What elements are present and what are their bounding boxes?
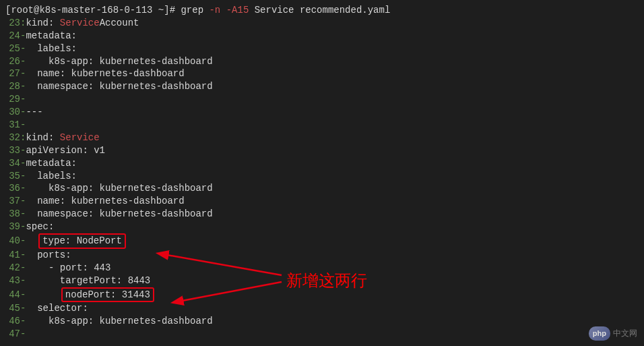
line-text: metadata: [26, 30, 77, 42]
line-text: apiVersion: v1 [26, 144, 105, 157]
line-number: 34 [5, 157, 20, 170]
indent [26, 289, 59, 301]
line-text: namespace: kubernetes-dashboard [26, 80, 212, 93]
line-number: 47 [5, 328, 20, 341]
cmd-args: Service recommended.yaml [249, 5, 390, 16]
output-line: 24-metadata: [5, 30, 639, 42]
cmd-grep: grep [181, 5, 209, 16]
line-separator: - [20, 157, 26, 170]
line-separator: - [20, 42, 26, 55]
line-number: 24 [5, 30, 20, 42]
line-number: 46 [5, 315, 20, 328]
watermark-text: 中文网 [613, 328, 637, 339]
line-text: k8s-app: kubernetes-dashboard [26, 315, 212, 328]
output-line: 46- k8s-app: kubernetes-dashboard [5, 315, 639, 328]
line-number: 26 [5, 55, 20, 68]
line-number: 42 [5, 262, 20, 275]
line-text: Account [100, 17, 139, 30]
line-text: name: kubernetes-dashboard [26, 67, 184, 80]
line-text: kind: [26, 17, 59, 30]
output-line: 29- [5, 93, 639, 106]
line-number: 28 [5, 80, 20, 93]
line-number: 29 [5, 93, 20, 106]
line-number: 37 [5, 195, 20, 208]
line-number: 43 [5, 275, 20, 287]
terminal-output: 23:kind: ServiceAccount24-metadata:25- l… [5, 17, 639, 341]
output-line: 25- labels: [5, 42, 639, 55]
line-separator: - [20, 208, 26, 221]
line-text: name: kubernetes-dashboard [26, 195, 184, 208]
line-number: 31 [5, 119, 20, 132]
output-line: 33-apiVersion: v1 [5, 144, 639, 157]
output-line: 47- [5, 328, 639, 341]
highlighted-config: nodePort: 31443 [61, 287, 154, 303]
watermark: php 中文网 [589, 326, 637, 341]
line-separator: - [20, 289, 26, 301]
output-line: 28- namespace: kubernetes-dashboard [5, 80, 639, 93]
watermark-logo: php [589, 326, 610, 341]
line-separator: - [20, 302, 26, 315]
line-separator: - [20, 80, 26, 93]
line-number: 27 [5, 67, 20, 80]
line-text: kind: [26, 132, 59, 144]
output-line: 32:kind: Service [5, 132, 639, 144]
output-line: 27- name: kubernetes-dashboard [5, 67, 639, 80]
line-text: labels: [26, 42, 77, 55]
output-line: 45- selector: [5, 302, 639, 315]
shell-prompt: [root@k8s-master-168-0-113 ~]# grep -n -… [5, 4, 639, 17]
output-line: 39-spec: [5, 221, 639, 233]
line-separator: : [20, 17, 26, 30]
output-line: 38- namespace: kubernetes-dashboard [5, 208, 639, 221]
highlighted-config: type: NodePort [38, 233, 126, 249]
line-separator: - [20, 235, 26, 248]
output-line: 34-metadata: [5, 157, 639, 170]
line-text: namespace: kubernetes-dashboard [26, 208, 212, 221]
line-number: 39 [5, 221, 20, 233]
line-text: spec: [26, 221, 54, 233]
grep-match: Service [60, 17, 100, 30]
output-line: 30---- [5, 106, 639, 119]
line-text: targetPort: 8443 [26, 275, 150, 287]
output-line: 37- name: kubernetes-dashboard [5, 195, 639, 208]
output-line: 40- type: NodePort [5, 233, 639, 249]
line-text: - port: 443 [26, 262, 110, 275]
line-number: 25 [5, 42, 20, 55]
line-separator: - [20, 30, 26, 42]
line-separator: - [20, 195, 26, 208]
line-text: ports: [26, 249, 71, 262]
line-text: labels: [26, 170, 77, 183]
line-number: 36 [5, 182, 20, 195]
line-number: 41 [5, 249, 20, 262]
line-separator: - [20, 182, 26, 195]
output-line: 35- labels: [5, 170, 639, 183]
line-separator: - [20, 249, 26, 262]
line-number: 32 [5, 132, 20, 144]
line-number: 40 [5, 235, 20, 248]
output-line: 31- [5, 119, 639, 132]
line-number: 33 [5, 144, 20, 157]
grep-match: Service [60, 132, 100, 144]
line-text: k8s-app: kubernetes-dashboard [26, 182, 212, 195]
line-separator: - [20, 315, 26, 328]
line-separator: - [20, 106, 26, 119]
line-number: 45 [5, 302, 20, 315]
line-separator: - [20, 275, 26, 287]
line-separator: - [20, 93, 26, 106]
line-text: metadata: [26, 157, 77, 170]
prompt-prefix: [root@k8s-master-168-0-113 ~]# [5, 5, 181, 16]
line-number: 35 [5, 170, 20, 183]
line-separator: - [20, 119, 26, 132]
line-text: --- [26, 106, 42, 119]
indent [26, 235, 37, 248]
annotation-text: 新增这两行 [286, 270, 367, 291]
output-line: 36- k8s-app: kubernetes-dashboard [5, 182, 639, 195]
line-separator: - [20, 144, 26, 157]
line-separator: - [20, 170, 26, 183]
line-separator: - [20, 328, 26, 341]
line-separator: - [20, 262, 26, 275]
cmd-flag: -n -A15 [209, 5, 249, 16]
line-text: selector: [26, 302, 88, 315]
output-line: 26- k8s-app: kubernetes-dashboard [5, 55, 639, 68]
line-separator: - [20, 221, 26, 233]
line-number: 44 [5, 289, 20, 301]
